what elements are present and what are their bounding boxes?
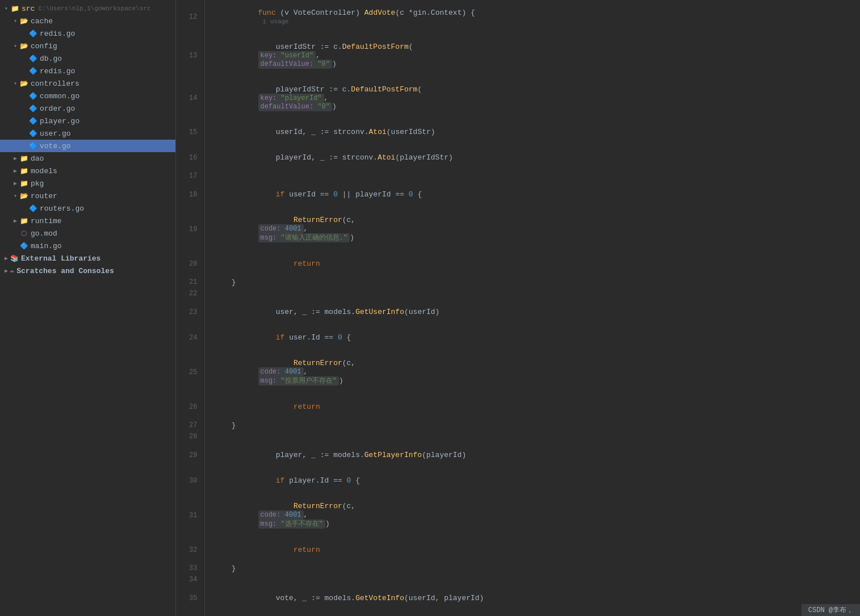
code-content: ReturnError(c, code: 4001, msg: "投票用户不存在… [204,350,860,394]
table-row: 25 ReturnError(c, code: 4001, msg: "投票用户… [176,350,860,394]
table-row: 19 ReturnError(c, code: 4001, msg: "请输入正… [176,207,860,251]
code-content: playerId, _ := strconv.Atoi(playerIdStr) [204,145,860,170]
sidebar-label-models: models [31,167,57,175]
table-row: 20 return [176,251,860,276]
bottom-bar-text: CSDN @李布， [808,606,853,614]
arrow-icon: ▾ [11,79,19,87]
go-file-icon: 🔷 [19,241,28,250]
table-row: 16 playerId, _ := strconv.Atoi(playerIdS… [176,145,860,170]
code-content: if vote.Id != 0 { [204,611,860,616]
sidebar-item-cache[interactable]: ▾ 📂 cache [0,15,175,27]
sidebar-label-vote: vote.go [40,142,71,150]
table-row: 14 playerIdStr := c.DefaultPostForm( key… [176,77,860,119]
arrow-icon: ▾ [11,42,19,50]
line-number: 13 [176,34,204,77]
sidebar-item-src[interactable]: ▾ 📁 src C:\Users\nlp_1\goWorkspace\src [0,2,175,15]
table-row: 29 player, _ := models.GetPlayerInfo(pla… [176,442,860,468]
code-content: vote, _ := models.GetVoteInfo(userId, pl… [204,585,860,611]
sidebar-item-config[interactable]: ▾ 📂 config [0,40,175,52]
sidebar-item-router[interactable]: ▾ 📂 router [0,190,175,202]
code-content: ReturnError(c, code: 4001, msg: "选手不存在") [204,493,860,537]
sidebar-label-scratches: Scratches and Consoles [16,267,114,275]
go-file-icon: 🔷 [28,91,37,100]
sidebar-label-controllers: controllers [31,79,79,88]
line-number: 20 [176,251,204,276]
code-content: } [204,420,860,431]
go-file-icon: 🔷 [28,66,37,76]
sidebar-item-runtime[interactable]: ▶ 📁 runtime [0,215,175,227]
arrow-icon: ▾ [11,17,19,25]
table-row: 12 func (v VoteController) AddVote(c *gi… [176,0,860,34]
scratch-icon: ✏️ [10,267,14,275]
sidebar-item-user[interactable]: ▶ 🔷 user.go [0,127,175,140]
sidebar-item-player[interactable]: ▶ 🔷 player.go [0,115,175,127]
line-number: 23 [176,299,204,325]
line-number: 16 [176,145,204,170]
sidebar-label-runtime: runtime [31,217,62,225]
bottom-bar: CSDN @李布， [802,604,860,616]
sidebar-item-scratches[interactable]: ▶ ✏️ Scratches and Consoles [0,265,175,277]
go-file-icon: 🔷 [28,29,37,38]
code-content: playerIdStr := c.DefaultPostForm( key: "… [204,77,860,119]
sidebar-label-gomod: go.mod [31,229,57,238]
sidebar-label-src: src [22,5,35,13]
table-row: 28 [176,431,860,442]
code-content: ReturnError(c, code: 4001, msg: "请输入正确的信… [204,207,860,251]
line-number: 24 [176,325,204,350]
code-editor: 12 func (v VoteController) AddVote(c *gi… [176,0,860,616]
line-number: 36 [176,611,204,616]
go-file-icon: 🔷 [28,54,37,63]
sidebar-item-config-redis[interactable]: ▶ 🔷 redis.go [0,65,175,77]
table-row: 24 if user.Id == 0 { [176,325,860,350]
sidebar-label-routers: routers.go [40,204,84,213]
table-row: 33 } [176,563,860,574]
folder-icon: 📁 [19,179,28,188]
sidebar-item-external-libraries[interactable]: ▶ 📚 External Libraries [0,252,175,265]
sidebar-item-models[interactable]: ▶ 📁 models [0,165,175,177]
arrow-icon: ▶ [2,254,10,262]
sidebar-item-cache-redis[interactable]: ▶ 🔷 redis.go [0,27,175,40]
sidebar-label-pkg: pkg [31,179,44,188]
line-number: 17 [176,170,204,182]
code-content: user, _ := models.GetUserInfo(userId) [204,299,860,325]
sidebar-item-pkg[interactable]: ▶ 📁 pkg [0,177,175,190]
sidebar-label-config-redis: redis.go [40,67,75,76]
code-content: } [204,276,860,288]
sidebar-item-vote[interactable]: ▶ 🔷 vote.go [0,140,175,152]
table-row: 34 [176,574,860,585]
arrow-icon: ▶ [2,267,10,275]
sidebar-item-config-db[interactable]: ▶ 🔷 db.go [0,52,175,65]
folder-icon: 📁 [10,4,19,13]
code-content [204,170,860,182]
sidebar-item-main[interactable]: ▶ 🔷 main.go [0,240,175,252]
sidebar-label-config-db: db.go [40,55,62,63]
sidebar-item-gomod[interactable]: ▶ ⬡ go.mod [0,227,175,240]
folder-icon: 📁 [19,216,28,225]
line-number: 19 [176,207,204,251]
code-content: return [204,251,860,276]
line-number: 34 [176,574,204,585]
go-file-icon: 🔷 [28,116,37,125]
sidebar-item-dao[interactable]: ▶ 📁 dao [0,152,175,165]
sidebar-item-controllers[interactable]: ▾ 📂 controllers [0,77,175,90]
line-number: 21 [176,276,204,288]
table-row: 36 if vote.Id != 0 { [176,611,860,616]
sidebar-item-order[interactable]: ▶ 🔷 order.go [0,102,175,115]
code-table: 12 func (v VoteController) AddVote(c *gi… [176,0,860,616]
sidebar-label-dao: dao [31,154,44,163]
code-content: return [204,394,860,420]
code-content: userIdStr := c.DefaultPostForm( key: "us… [204,34,860,77]
line-number: 30 [176,468,204,493]
line-number: 26 [176,394,204,420]
code-content [204,288,860,299]
arrow-icon: ▾ [2,5,10,12]
sidebar-item-routers[interactable]: ▶ 🔷 routers.go [0,202,175,215]
code-content: func (v VoteController) AddVote(c *gin.C… [204,0,860,34]
go-file-icon: 🔷 [28,204,37,213]
sidebar-label-user: user.go [40,129,71,138]
sidebar-label-external: External Libraries [21,254,100,263]
file-tree: ▾ 📁 src C:\Users\nlp_1\goWorkspace\src ▾… [0,0,176,616]
sidebar-label-config: config [31,42,57,51]
table-row: 15 userId, _ := strconv.Atoi(userIdStr) [176,119,860,145]
sidebar-item-common[interactable]: ▶ 🔷 common.go [0,90,175,102]
